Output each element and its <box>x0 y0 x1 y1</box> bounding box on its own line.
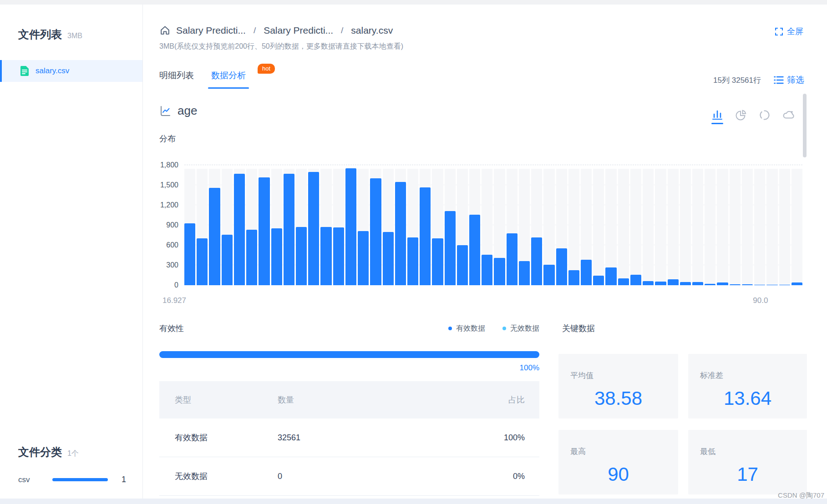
stat-card-mean: 平均值 38.58 <box>558 354 678 418</box>
histogram-bar <box>630 169 641 285</box>
tab-data-analysis[interactable]: 数据分析 hot <box>211 70 246 81</box>
y-tick-label: 600 <box>166 241 178 249</box>
donut-chart-icon[interactable] <box>759 109 771 121</box>
histogram-bar <box>556 169 567 285</box>
histogram-bar <box>791 169 802 285</box>
histogram-bar <box>184 169 195 285</box>
breadcrumb-item-folder[interactable]: Salary Predicti... <box>264 25 333 36</box>
histogram-slots <box>184 165 802 285</box>
histogram-bar <box>680 169 691 285</box>
age-histogram: 03006009001,2001,5001,800 16.927 90.0 <box>184 165 802 285</box>
filter-label: 筛选 <box>787 74 804 86</box>
sidebar-item-salary-csv[interactable]: salary.csv <box>0 60 142 82</box>
breadcrumb: Salary Predicti... / Salary Predicti... … <box>159 25 393 36</box>
vertical-scrollbar-thumb[interactable] <box>803 94 807 157</box>
histogram-bar <box>370 169 381 285</box>
distribution-label: 分布 <box>159 133 176 144</box>
histogram-bar <box>507 169 518 285</box>
fullscreen-label: 全屏 <box>787 26 803 37</box>
valid-data-dot <box>448 327 452 330</box>
active-chart-indicator <box>711 123 723 124</box>
histogram-bar <box>754 169 765 285</box>
table-row: 无效数据 0 0% <box>159 457 539 496</box>
stat-label: 最低 <box>700 446 807 457</box>
histogram-bar <box>692 169 703 285</box>
histogram-bar <box>543 169 554 285</box>
histogram-bar <box>618 169 629 285</box>
legend-invalid-data[interactable]: 无效数据 <box>502 324 539 333</box>
cell-count: 32561 <box>278 433 476 443</box>
histogram-bar <box>779 169 790 285</box>
breadcrumb-item-project[interactable]: Salary Predicti... <box>176 25 246 36</box>
invalid-data-dot <box>502 327 506 330</box>
legend-valid-label: 有效数据 <box>456 324 485 333</box>
rows-cols-count: 15列 32561行 <box>713 75 761 86</box>
histogram-bar <box>605 169 616 285</box>
breadcrumb-item-current-file: salary.csv <box>351 25 393 36</box>
tab-bar: 明细列表 数据分析 hot <box>159 70 246 81</box>
validity-title: 有效性 <box>159 323 184 334</box>
filter-icon <box>774 76 784 84</box>
histogram-bar <box>705 169 715 285</box>
bar-chart-icon[interactable] <box>711 109 723 124</box>
stat-card-std: 标准差 13.64 <box>688 354 807 418</box>
histogram-bar <box>383 169 394 285</box>
filter-button[interactable]: 筛选 <box>774 74 804 86</box>
line-chart-icon <box>159 105 171 117</box>
chart-type-switcher <box>711 109 795 124</box>
histogram-bar <box>395 169 406 285</box>
histogram-bar <box>766 169 777 285</box>
category-count: 1 <box>122 475 126 484</box>
histogram-bar <box>246 169 257 285</box>
pie-chart-icon[interactable] <box>735 109 747 121</box>
stat-label: 标准差 <box>700 370 807 381</box>
category-row-csv[interactable]: csv 1 <box>18 475 126 484</box>
cell-type: 有效数据 <box>159 432 278 443</box>
stat-label: 平均值 <box>570 370 678 381</box>
stat-value: 13.64 <box>700 388 807 409</box>
main-panel: Salary Predicti... / Salary Predicti... … <box>143 5 827 499</box>
col-header-type: 类型 <box>159 394 278 405</box>
key-stats-title: 关键数据 <box>562 323 595 334</box>
key-stats-cards: 平均值 38.58 标准差 13.64 最高 90 最低 17 <box>558 354 807 494</box>
cell-type: 无效数据 <box>159 471 278 482</box>
category-bar <box>52 478 108 481</box>
histogram-bar <box>407 169 418 285</box>
breadcrumb-separator: / <box>341 25 343 35</box>
histogram-bar <box>643 169 654 285</box>
y-tick-label: 300 <box>166 261 178 269</box>
legend-valid-data[interactable]: 有效数据 <box>448 324 485 333</box>
col-header-ratio: 占比 <box>476 394 539 405</box>
histogram-bar <box>568 169 579 285</box>
word-cloud-icon[interactable] <box>782 109 795 120</box>
fullscreen-button[interactable]: 全屏 <box>775 26 803 37</box>
hot-badge: hot <box>258 64 275 74</box>
cell-ratio: 100% <box>476 433 539 443</box>
validity-legend: 有效数据 无效数据 <box>448 324 539 333</box>
cell-ratio: 0% <box>476 472 539 481</box>
histogram-bar <box>222 169 233 285</box>
histogram-bar <box>320 169 331 285</box>
file-classify-section: 文件分类 1个 csv 1 <box>18 445 126 484</box>
home-icon[interactable] <box>159 25 171 36</box>
col-header-count: 数量 <box>278 394 476 405</box>
table-meta-row: 15列 32561行 筛选 <box>713 74 804 86</box>
y-tick-label: 900 <box>166 221 178 229</box>
table-row: 有效数据 32561 100% <box>159 418 539 457</box>
histogram-bar <box>494 169 505 285</box>
preview-limit-note: 3MB(系统仅支持预览前200行、50列的数据，更多数据请直接下载本地查看) <box>159 42 403 51</box>
stat-value: 17 <box>700 464 807 485</box>
y-tick-label: 1,800 <box>160 161 178 169</box>
histogram-bar <box>730 169 741 285</box>
cell-count: 0 <box>278 472 476 481</box>
tab-detail-list[interactable]: 明细列表 <box>159 70 194 81</box>
validity-percent: 100% <box>159 363 539 373</box>
histogram-bar <box>209 169 220 285</box>
legend-invalid-label: 无效数据 <box>510 324 539 333</box>
stat-value: 90 <box>570 464 678 485</box>
histogram-bar <box>333 169 344 285</box>
sidebar: 文件列表 3MB salary.csv 文件分类 1个 csv 1 <box>0 5 143 499</box>
file-classify-count: 1个 <box>67 449 79 459</box>
histogram-bar <box>420 169 431 285</box>
histogram-bar <box>345 169 356 285</box>
